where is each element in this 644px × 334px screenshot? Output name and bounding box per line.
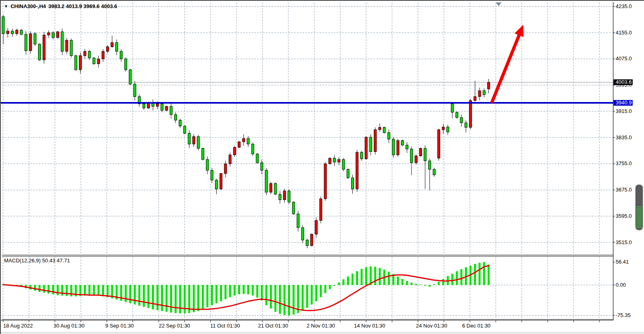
bottom-status-strip [1,332,644,334]
candle-body [179,120,181,126]
symbol-dropdown-icon[interactable]: ▼ [4,4,8,9]
candle-body [238,142,240,147]
candle-body [120,51,122,59]
macd-histogram-bar [102,285,104,296]
macd-histogram-bar [401,279,403,285]
macd-histogram-bar [161,285,163,311]
macd-histogram-bar [61,285,63,296]
macd-histogram-bar [197,285,199,311]
candle-body [6,31,9,34]
macd-histogram-bar [265,285,267,305]
macd-histogram-bar [365,267,367,285]
macd-histogram-bar [252,285,254,296]
macd-histogram-bar [279,285,281,314]
candle-body [338,160,340,162]
macd-histogram-bar [429,285,431,287]
candle-body [311,234,313,245]
macd-histogram-bar [442,279,444,285]
price-axis-label: 4155.0 [616,30,635,36]
candle-body [406,145,408,149]
candle-body [288,191,290,202]
candle-body [107,47,109,51]
candle-body [478,91,481,97]
candle-body [374,130,376,151]
macd-histogram-bar [479,263,481,285]
macd-histogram-bar [88,285,90,295]
macd-histogram-bar [356,271,358,285]
candle-body [324,164,326,199]
candle-body [447,127,449,132]
candle-body [156,104,159,106]
candle-body [415,156,417,163]
macd-histogram-bar [333,285,335,286]
candle-body [419,148,422,156]
candle-body [456,112,458,117]
candle-body [460,117,463,123]
trend-arrow-head[interactable] [514,25,523,37]
date-axis-label: 30 Aug 01:30 [53,323,85,329]
candle-body [88,51,91,58]
macd-histogram-bar [34,285,36,291]
macd-histogram-bar [338,283,340,285]
chart-window: ▼ CHINA300-,H4 3983.2 4013.9 3969.6 4003… [0,0,644,334]
candle-body [351,178,354,189]
macd-histogram-bar [456,271,458,285]
macd-histogram-bar [397,277,399,285]
macd-histogram-bar [315,285,317,301]
candle-body [283,191,286,200]
macd-histogram-bar [488,264,490,285]
candle-body [11,31,13,34]
candle-body [451,104,454,112]
candle-body [224,164,227,173]
candle-body [34,34,36,44]
macd-histogram-bar [48,285,50,294]
macd-axis-label: 56.41 [616,259,635,265]
macd-indicator-label: MACD(12,26,9) 50.43 47.71 [4,257,70,264]
candle-body [29,34,32,51]
candle-body [111,43,113,47]
price-axis-label: 3915.0 [616,108,635,114]
macd-histogram-bar [129,285,131,303]
macd-histogram-bar [243,285,245,294]
candle-body [175,115,177,120]
macd-histogram-bar [38,285,41,292]
macd-histogram-bar [256,285,258,298]
candle-body [301,228,304,240]
date-axis-label: 6 Dec 01:30 [462,323,490,329]
candle-body [215,180,218,189]
macd-histogram-bar [415,284,417,285]
symbol-timeframe-label: CHINA300-,H4 [11,3,46,9]
candle-body [424,148,426,161]
candle-body [206,160,209,170]
macd-histogram-bar [224,285,226,299]
macd-histogram-bar [261,285,263,300]
ohlc-values-label: 3983.2 4013.9 3969.6 4003.6 [48,3,117,9]
candle-body [397,140,399,155]
macd-histogram-bar [379,268,381,285]
macd-histogram-bar [438,282,440,285]
candle-body [229,155,231,164]
macd-histogram-bar [57,285,59,295]
macd-histogram-bar [247,285,249,294]
candle-body [252,144,254,154]
macd-histogram-bar [406,281,408,285]
chart-title: ▼ CHINA300-,H4 3983.2 4013.9 3969.6 4003… [4,3,117,9]
macd-histogram-bar [424,285,426,286]
candle-body [202,148,204,160]
macd-histogram-bar [288,285,290,315]
candle-body [20,30,23,34]
scrollbar-thumb[interactable] [635,185,643,230]
hline-blue[interactable] [1,102,613,104]
candle-body [360,152,363,159]
macd-histogram-bar [147,285,149,308]
macd-histogram-bar [420,285,422,285]
price-axis-label: 4075.0 [616,56,635,62]
macd-histogram-bar [347,277,349,285]
candle-body [197,136,200,148]
candle-body [487,82,490,89]
macd-histogram-bar [43,285,45,293]
macd-histogram-bar [483,262,485,285]
candle-body [297,214,299,228]
candle-body [292,202,295,214]
macd-histogram-bar [207,285,209,307]
